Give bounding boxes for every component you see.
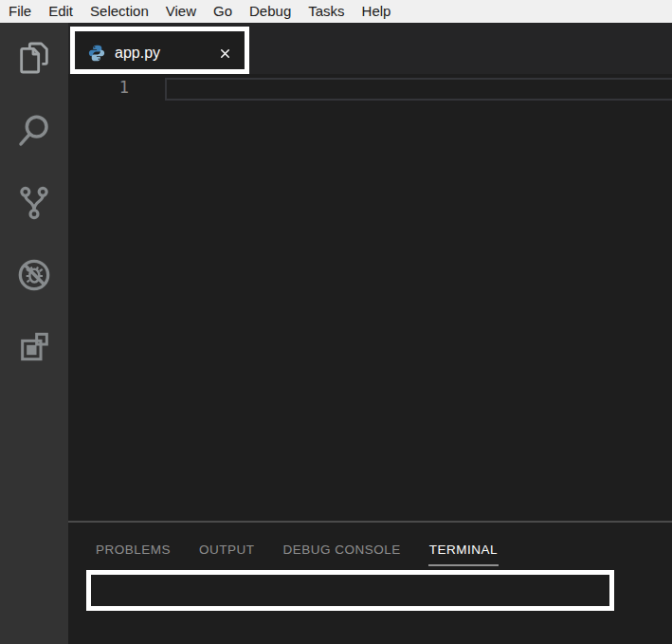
search-icon: [15, 112, 53, 154]
panel-tab-output[interactable]: OUTPUT: [198, 543, 256, 566]
panel-tab-debug-console[interactable]: DEBUG CONSOLE: [282, 543, 402, 566]
activity-bar-item-debug[interactable]: [0, 256, 68, 298]
python-icon: [87, 44, 106, 63]
menu-item-selection[interactable]: Selection: [82, 0, 157, 23]
editor-area[interactable]: 1: [68, 74, 672, 521]
menu-item-go[interactable]: Go: [205, 0, 241, 23]
panel-tab-problems[interactable]: PROBLEMS: [95, 543, 172, 566]
terminal[interactable]: pi@raspberrypi:~/MyFlaskWebsite $rmate a…: [95, 577, 568, 644]
menu-item-tasks[interactable]: Tasks: [300, 0, 353, 23]
activity-bar-item-source-control[interactable]: [0, 184, 68, 226]
activity-bar: [0, 23, 68, 644]
close-icon[interactable]: [217, 46, 232, 61]
tab-label: app.py: [115, 45, 160, 62]
activity-bar-item-explorer[interactable]: [0, 39, 68, 81]
panel-tab-bar: PROBLEMS OUTPUT DEBUG CONSOLE TERMINAL: [68, 523, 672, 566]
activity-bar-item-search[interactable]: [0, 112, 68, 154]
tab-app-py[interactable]: app.py: [76, 32, 244, 74]
bottom-panel: PROBLEMS OUTPUT DEBUG CONSOLE TERMINAL p…: [68, 521, 672, 644]
line-number: 1: [104, 78, 129, 98]
menu-item-view[interactable]: View: [157, 0, 205, 23]
extensions-icon: [15, 328, 53, 370]
editor-tab-bar: app.py: [68, 23, 672, 74]
source-control-icon: [15, 184, 53, 226]
menu-item-debug[interactable]: Debug: [241, 0, 300, 23]
menu-item-help[interactable]: Help: [354, 0, 400, 23]
activity-bar-item-extensions[interactable]: [0, 328, 68, 370]
no-bug-debug-icon: [15, 256, 53, 298]
menu-item-file[interactable]: File: [0, 0, 40, 23]
menu-bar: File Edit Selection View Go Debug Tasks …: [0, 0, 672, 23]
terminal-line: pi@raspberrypi:~/MyFlaskWebsite $rmate a…: [95, 639, 568, 644]
panel-tab-terminal[interactable]: TERMINAL: [428, 543, 499, 566]
menu-item-edit[interactable]: Edit: [40, 0, 82, 23]
current-line-highlight: [165, 78, 672, 101]
files-icon: [15, 39, 53, 81]
